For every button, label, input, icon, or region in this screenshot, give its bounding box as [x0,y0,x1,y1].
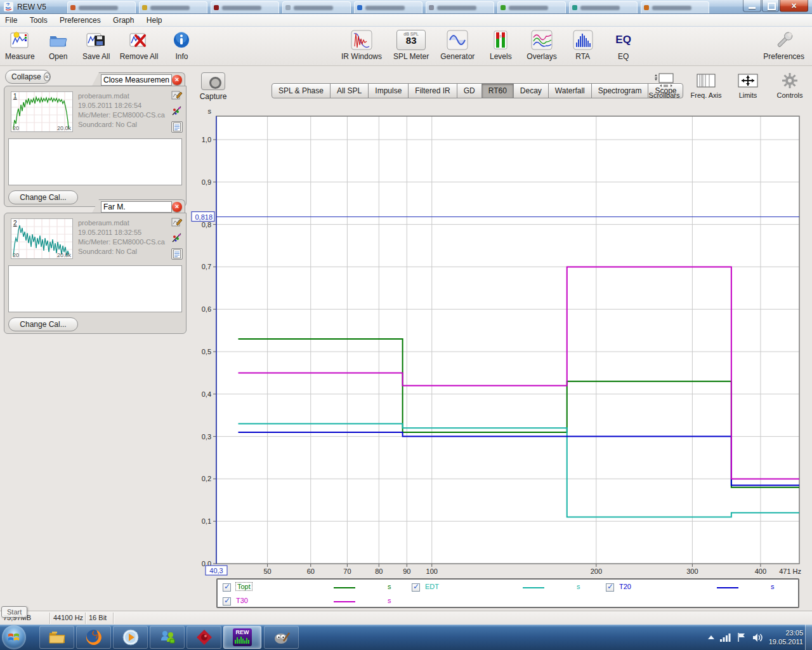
legend-label[interactable]: T30 [236,597,248,604]
measurement-2-change-cal-button[interactable]: Change Cal... [8,317,78,331]
legend-label[interactable]: Topt [236,583,252,590]
messenger-icon [159,629,176,646]
menu-file[interactable]: File [0,14,22,27]
camera-icon [201,72,225,90]
notes-icon[interactable] [171,248,183,260]
taskbar-clock[interactable]: 23:05 19.05.2011 [769,628,803,646]
edit-trace-icon[interactable] [171,90,183,101]
taskbar-windows-explorer-button[interactable] [39,626,74,649]
background-tab[interactable] [497,1,566,13]
tab-impulse[interactable]: Impulse [368,83,409,98]
network-icon[interactable] [720,633,731,642]
minimize-button[interactable] [743,0,761,12]
legend-label[interactable]: T20 [619,583,631,590]
limits-button[interactable]: Limits [730,71,766,99]
menu-help[interactable]: Help [141,14,167,27]
spl-meter-button[interactable]: dB SPL 83 SPL Meter [393,29,429,61]
background-tab[interactable] [139,1,207,13]
menu-tools[interactable]: Tools [25,14,53,27]
measurement-1-thumbnail[interactable]: 1 20 20.0k [11,91,73,132]
measurement-2-notes[interactable] [8,265,182,312]
legend-swatch [334,587,355,588]
legend-unit: s [388,597,391,604]
rt60-chart[interactable]: 1,00,90,80,70,60,50,40,30,20,10,05060708… [189,107,807,579]
controls-button[interactable]: Controls [771,71,808,99]
tab-gd[interactable]: GD [457,83,482,98]
tab-decay[interactable]: Decay [513,83,549,98]
check-icon: ✓ [607,582,613,591]
measurement-2-name-input[interactable] [101,201,172,213]
scrollbars-button[interactable]: Scrollbars [646,71,683,99]
background-tab[interactable] [354,1,422,13]
menu-graph[interactable]: Graph [108,14,139,27]
remove-all-button[interactable]: Remove All [120,29,159,61]
rta-button[interactable]: RTA [568,29,598,61]
measurement-1-index: 1 [13,93,17,100]
background-tab[interactable] [211,1,279,13]
windows-explorer-icon [48,630,66,645]
info-button[interactable]: Info [167,29,196,61]
action-center-flag-icon[interactable] [737,632,747,642]
scatter-adjust-icon[interactable] [171,232,183,244]
taskbar-media-player-button[interactable] [113,626,148,649]
notes-icon[interactable] [171,121,183,133]
measurement-1-notes[interactable] [8,138,182,185]
tab-filtered-ir[interactable]: Filtered IR [408,83,457,98]
topt-checkbox[interactable]: ✓ [223,583,231,592]
measurement-1-name-input[interactable] [101,74,172,86]
gear-icon [782,71,798,90]
preferences-button[interactable]: Preferences [763,29,804,61]
background-tab[interactable] [67,1,136,13]
edt-checkbox[interactable]: ✓ [412,583,420,592]
generator-button[interactable]: Generator [440,29,475,61]
background-tab[interactable] [641,1,709,13]
measurement-2-body: 2 20 20.0k proberaum.mdat 19.05.2011 18:… [4,213,187,334]
taskbar-messenger-button[interactable] [150,626,185,649]
show-desktop-button[interactable] [805,625,812,650]
menu-preferences[interactable]: Preferences [55,14,106,27]
chart-legend: ✓ Topt s ✓ EDT s ✓ T20 s ✓ T30 s [216,578,799,608]
start-button[interactable] [2,625,26,649]
tab-rt60[interactable]: RT60 [481,83,514,98]
measurement-2-thumbnail[interactable]: 2 20 20.0k [11,218,73,259]
levels-icon: 0 [492,29,509,51]
tab-all-spl[interactable]: All SPL [330,83,369,98]
background-tab[interactable] [282,1,351,13]
tab-spectrogram[interactable]: Spectrogram [591,83,649,98]
legend-label[interactable]: EDT [425,583,439,590]
measurement-1-close-button[interactable]: × [172,75,182,85]
taskbar-gimp-button[interactable] [264,626,299,649]
capture-button[interactable]: Capture [198,72,228,101]
taskbar-rew-button[interactable]: REW [223,626,261,649]
start-tooltip: Start [1,606,27,618]
taskbar: REW [0,625,812,650]
levels-button[interactable]: 0 Levels [486,29,515,61]
scatter-adjust-icon[interactable] [171,105,183,117]
taskbar-firefox-button[interactable] [76,626,111,649]
volume-icon[interactable] [752,633,763,642]
hidden-icons-button[interactable] [708,635,714,639]
save-all-button[interactable]: Save All [82,29,111,61]
ir-windows-button[interactable]: IR Windows [341,29,382,61]
open-button[interactable]: Open [44,29,73,61]
check-icon: ✓ [224,596,230,605]
measure-button[interactable]: Measure [5,29,35,61]
legend-item-topt: ✓ Topt s [223,583,413,594]
close-button[interactable]: × [780,0,808,12]
t30-checkbox[interactable]: ✓ [223,597,231,606]
tab-waterfall[interactable]: Waterfall [548,83,592,98]
freq-axis-button[interactable]: Freq. Axis [688,71,724,99]
restore-button[interactable] [762,0,779,12]
edit-trace-icon[interactable] [171,216,183,228]
clock-time: 23:05 [769,628,803,637]
tab-spl-phase[interactable]: SPL & Phase [272,83,331,98]
taskbar-cubase-button[interactable] [187,626,221,649]
overlays-button[interactable]: Overlays [527,29,556,61]
measurement-2-close-button[interactable]: × [172,202,182,212]
background-tab[interactable] [426,1,494,13]
generator-icon [445,29,469,51]
eq-button[interactable]: EQ EQ [609,29,638,61]
background-tab[interactable] [569,1,638,13]
t20-checkbox[interactable]: ✓ [606,583,614,592]
svg-text:0,5: 0,5 [202,348,211,355]
